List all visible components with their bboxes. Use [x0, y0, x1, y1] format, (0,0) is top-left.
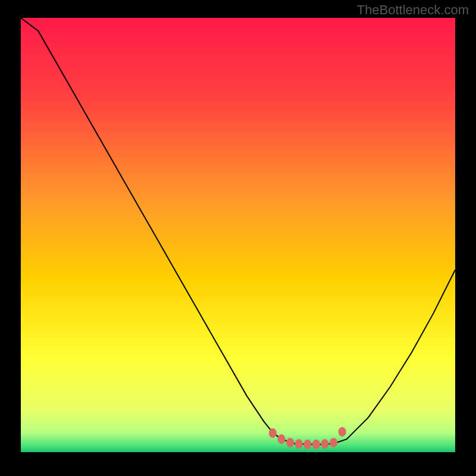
optimal-marker: [286, 438, 294, 447]
watermark-text: TheBottleneck.com: [357, 2, 469, 18]
optimal-marker: [339, 427, 346, 437]
optimal-marker: [312, 440, 320, 449]
optimal-marker: [269, 428, 277, 438]
optimal-marker: [295, 439, 303, 449]
optimal-marker: [321, 439, 328, 449]
optimal-marker: [330, 438, 337, 447]
optimal-marker: [303, 440, 311, 449]
chart-plot-area: [21, 18, 455, 452]
chart-optimal-markers: [21, 18, 455, 452]
optimal-marker: [277, 434, 285, 444]
